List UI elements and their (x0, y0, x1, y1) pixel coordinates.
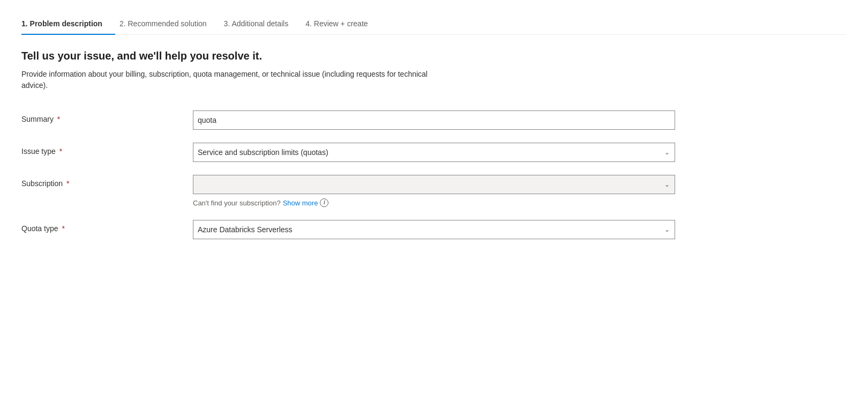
summary-control (193, 110, 675, 130)
tab-review-create[interactable]: 4. Review + create (305, 13, 380, 34)
quota-type-select-wrapper: Azure Databricks Serverless ⌄ (193, 220, 675, 239)
wizard-tabs: 1. Problem description 2. Recommended so… (21, 13, 847, 35)
subscription-control: ⌄ Can't find your subscription? Show mor… (193, 175, 675, 207)
quota-type-label: Quota type * (21, 220, 193, 233)
form-row-quota-type: Quota type * Azure Databricks Serverless… (21, 220, 772, 239)
issue-type-select-wrapper: Service and subscription limits (quotas)… (193, 143, 675, 162)
summary-label: Summary * (21, 110, 193, 123)
tab-recommended-solution[interactable]: 2. Recommended solution (119, 13, 220, 34)
subscription-hint-text: Can't find your subscription? (193, 199, 281, 207)
form-row-subscription: Subscription * ⌄ Can't find your subscri… (21, 175, 772, 207)
form-row-summary: Summary * (21, 110, 772, 130)
subscription-select[interactable] (193, 175, 675, 194)
form-row-issue-type: Issue type * Service and subscription li… (21, 143, 772, 162)
info-icon: i (320, 198, 328, 207)
issue-type-required-star: * (57, 147, 62, 156)
subscription-required-star: * (64, 179, 69, 188)
subscription-select-wrapper: ⌄ (193, 175, 675, 194)
form-section: Summary * Issue type * Service and subsc… (21, 110, 772, 239)
summary-input[interactable] (193, 110, 675, 130)
quota-type-control: Azure Databricks Serverless ⌄ (193, 220, 675, 239)
issue-type-label: Issue type * (21, 143, 193, 156)
page-container: 1. Problem description 2. Recommended so… (0, 0, 868, 261)
page-title: Tell us your issue, and we'll help you r… (21, 50, 847, 62)
quota-type-select[interactable]: Azure Databricks Serverless (193, 220, 675, 239)
page-description: Provide information about your billing, … (21, 69, 439, 91)
subscription-hint: Can't find your subscription? Show more … (193, 198, 675, 207)
show-more-link[interactable]: Show more (283, 199, 318, 207)
issue-type-control: Service and subscription limits (quotas)… (193, 143, 675, 162)
subscription-label: Subscription * (21, 175, 193, 188)
tab-problem-description[interactable]: 1. Problem description (21, 13, 115, 34)
issue-type-select[interactable]: Service and subscription limits (quotas)… (193, 143, 675, 162)
summary-required-star: * (55, 115, 60, 123)
tab-additional-details[interactable]: 3. Additional details (224, 13, 302, 34)
quota-type-required-star: * (60, 224, 65, 233)
